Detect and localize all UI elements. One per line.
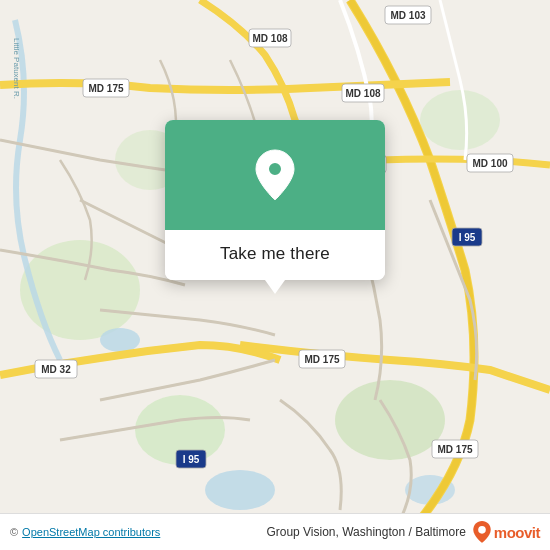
svg-point-32 xyxy=(268,162,282,176)
svg-text:MD 175: MD 175 xyxy=(88,83,123,94)
svg-text:Little Patuxent R.: Little Patuxent R. xyxy=(12,38,21,99)
svg-text:MD 103: MD 103 xyxy=(390,10,425,21)
svg-text:MD 175: MD 175 xyxy=(437,444,472,455)
svg-point-7 xyxy=(205,470,275,510)
svg-point-3 xyxy=(335,380,445,460)
map-container: MD 103 MD 108 MD 108 108 MD 100 I 95 MD … xyxy=(0,0,550,550)
copyright-symbol: © xyxy=(10,526,18,538)
popup-tail xyxy=(265,280,285,294)
svg-point-4 xyxy=(420,90,500,150)
popup-button-area: Take me there xyxy=(165,230,385,280)
footer-left: © OpenStreetMap contributors xyxy=(10,526,160,538)
svg-text:MD 108: MD 108 xyxy=(252,33,287,44)
svg-text:MD 32: MD 32 xyxy=(41,364,71,375)
app-title: Group Vision, Washington / Baltimore xyxy=(266,525,465,539)
svg-point-6 xyxy=(100,328,140,352)
location-pin-icon xyxy=(253,153,297,197)
popup-map-area xyxy=(165,120,385,230)
footer-bar: © OpenStreetMap contributors Group Visio… xyxy=(0,513,550,550)
svg-text:I 95: I 95 xyxy=(459,232,476,243)
moovit-logo: moovit xyxy=(472,520,540,544)
moovit-text: moovit xyxy=(494,524,540,541)
svg-text:MD 100: MD 100 xyxy=(472,158,507,169)
popup-card: Take me there xyxy=(165,120,385,280)
take-me-there-button[interactable]: Take me there xyxy=(220,244,330,264)
osm-link[interactable]: OpenStreetMap contributors xyxy=(22,526,160,538)
svg-point-33 xyxy=(478,526,486,534)
svg-text:MD 175: MD 175 xyxy=(304,354,339,365)
svg-text:MD 108: MD 108 xyxy=(345,88,380,99)
svg-text:I 95: I 95 xyxy=(183,454,200,465)
moovit-pin-icon xyxy=(472,520,492,544)
footer-app-info: Group Vision, Washington / Baltimore moo… xyxy=(266,520,540,544)
